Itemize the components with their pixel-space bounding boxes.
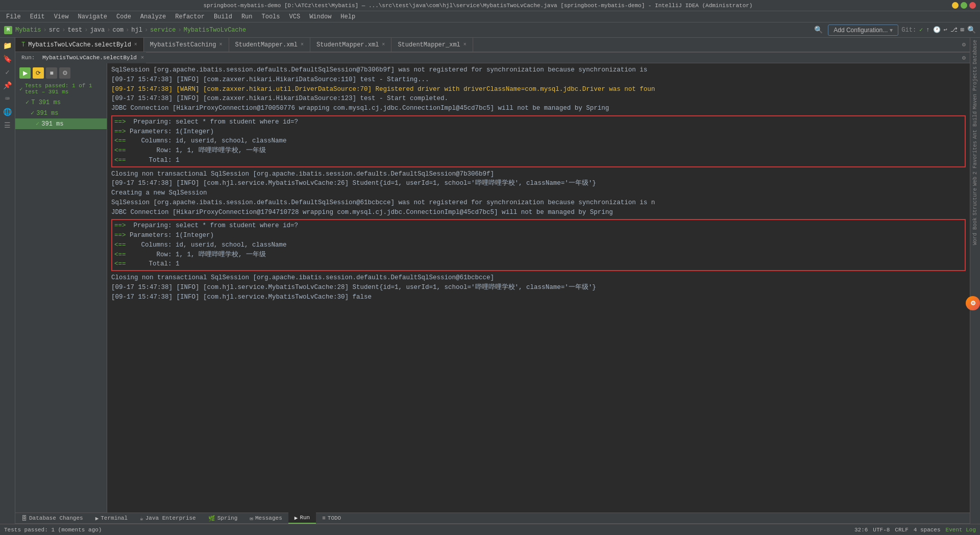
add-configuration-button[interactable]: Add Configuration... ▾ [828,25,898,36]
menu-code[interactable]: Code [112,12,135,21]
run-tab-close-icon[interactable]: × [141,55,144,61]
tab-run[interactable]: ▶ Run [288,513,316,524]
menu-build[interactable]: Build [210,12,236,21]
toolbox-app-button[interactable]: ⚙ [966,296,980,310]
git-check-icon[interactable]: ✓ [919,26,923,34]
rerun-failed-button[interactable]: ⟳ [33,67,44,79]
menu-vcs[interactable]: VCS [285,12,305,21]
console-line-9: SqlSession [org.apache.ibatis.session.de… [111,198,966,208]
menu-edit[interactable]: Edit [26,12,49,21]
git-arrow-icon[interactable]: ↑ [926,27,929,34]
sidebar-project-icon[interactable]: 📁 [2,40,13,51]
menu-refactor[interactable]: Refactor [171,12,209,21]
tab-studentmapperxml[interactable]: StudentMapper_xml × [391,38,473,52]
sidebar-structure-label[interactable]: Structure [972,188,978,215]
title-bar: springboot-mybatis-demo [D:\ATCz\test\My… [0,0,980,11]
menu-run[interactable]: Run [237,12,257,21]
tab-label-mybatistwoLvCache: MybatisTwoLvCache.selectByld [28,41,131,48]
tab-java-enterprise[interactable]: ☕ Java Enterprise [134,513,202,524]
sidebar-web-label[interactable]: Web [972,177,978,186]
sidebar-structure-icon[interactable]: ☰ [2,119,13,131]
rerun-button[interactable]: ▶ [19,67,31,79]
bc-service[interactable]: service [150,27,176,34]
tab-close-mybatistestcaching[interactable]: × [219,42,222,47]
nav-bar: M Mybatis › src › test › java › com › hj… [0,22,980,38]
bc-test[interactable]: test [67,27,82,34]
bc-hjl[interactable]: hjl [131,27,142,34]
minimize-button[interactable] [952,2,959,9]
run-tool-tabs: Run: MybatisTwoLvCache.selectByld × ⚙ [15,52,970,63]
menu-file[interactable]: File [2,12,25,21]
console-area[interactable]: SqlSession [org.apache.ibatis.session.de… [107,63,970,524]
run-settings-icon[interactable]: ⚙ [958,54,970,62]
sidebar-web-icon[interactable]: 🌐 [2,106,13,117]
run-sidebar: ▶ ⟳ ■ ⚙ ✓ Tests passed: 1 of 1 test – 39… [15,63,107,524]
tab-studentmapper2[interactable]: StudentMapper.xml × [310,38,391,52]
menu-tools[interactable]: Tools [258,12,284,21]
settings-button[interactable]: ⚙ [59,67,70,79]
console-line-1: SqlSession [org.apache.ibatis.session.de… [111,65,966,75]
sidebar-maven-label[interactable]: Maven Projects [972,66,978,109]
tab-database-changes[interactable]: 🗄 Database Changes [15,513,89,524]
tab-close-mybatistwoLvCache[interactable]: × [134,42,137,47]
status-bar-right: 32:6 UTF-8 CRLF 4 spaces Event Log [854,527,976,533]
git-history-icon[interactable]: ⊞ [961,26,964,34]
tab-label-studentmapper2: StudentMapper.xml [316,41,379,48]
git-label: Git: [901,27,916,34]
console-line-8: Creating a new SqlSession [111,188,966,198]
close-button[interactable] [969,2,976,9]
test-item-sub1[interactable]: ✓ 391 ms [15,108,107,118]
bc-src[interactable]: src [49,27,60,34]
tab-mybatistwoLvCache[interactable]: T MybatisTwoLvCache.selectByld × [15,38,144,52]
tab-studentmapper1[interactable]: StudentMapper.xml × [229,38,310,52]
git-clock-icon[interactable]: 🕐 [933,26,941,34]
tab-messages[interactable]: ✉ Messages [243,513,288,524]
java-enterprise-icon: ☕ [140,515,143,522]
sidebar-bookmark-icon[interactable]: 🔖 [2,53,13,64]
bc-java[interactable]: java [90,27,105,34]
git-search-icon[interactable]: 🔍 [967,26,976,34]
bc-com[interactable]: com [112,27,124,34]
menu-analyze[interactable]: Analyze [136,12,170,21]
menu-view[interactable]: View [50,12,73,21]
sidebar-wordbook-label[interactable]: Word Book [972,217,978,245]
tab-terminal[interactable]: ▶ Terminal [89,513,134,524]
title-bar-text: springboot-mybatis-demo [D:\ATCz\test\My… [4,3,952,9]
sidebar-commit-icon[interactable]: ✓ [2,66,13,78]
test-item-sub2[interactable]: ✓ 391 ms [15,118,107,129]
git-undo-icon[interactable]: ↩ [944,26,947,34]
sidebar-favorites-label[interactable]: 2 Favorites [972,141,978,175]
bc-cache[interactable]: MybatisTwoLvCache [184,27,246,34]
run-panel: ▶ ⟳ ■ ⚙ ✓ Tests passed: 1 of 1 test – 39… [15,63,970,524]
sql-columns-2: <== Columns: id, userid, school, classNa… [114,240,963,250]
sidebar-terminal-icon[interactable]: ⌨ [2,93,13,104]
tab-close-studentmapper1[interactable]: × [301,42,304,47]
test-pass-icon: ✓ [26,99,29,106]
sidebar-database-label[interactable]: Database [972,40,978,64]
menu-navigate[interactable]: Navigate [74,12,111,21]
test-item-root[interactable]: ✓ T 391 ms [15,97,107,108]
stop-button[interactable]: ■ [46,67,57,79]
run-icon: ▶ [295,515,298,521]
bc-mybatis[interactable]: Mybatis [15,27,41,34]
console-line-2: [09-17 15:47:38] [INFO] [com.zaxxer.hika… [111,75,966,85]
tab-todo[interactable]: ≡ TODO [316,513,347,524]
sidebar-ant-label[interactable]: Ant Build [972,111,978,139]
menu-window[interactable]: Window [305,12,335,21]
tab-spring[interactable]: 🌿 Spring [202,513,244,524]
tab-settings-icon[interactable]: ⚙ [958,41,970,48]
messages-label: Messages [255,515,282,521]
git-branch-icon[interactable]: ⎇ [950,26,958,34]
tab-mybatistestcaching[interactable]: MybatisTestCaching × [144,38,229,52]
event-log-link[interactable]: Event Log [946,527,976,533]
tab-close-studentmapperxml[interactable]: × [463,42,467,47]
tab-close-studentmapper2[interactable]: × [382,42,385,47]
search-icon[interactable]: 🔍 [814,26,823,34]
todo-icon: ≡ [322,515,326,521]
toolbox-icon: ⚙ [970,300,976,307]
messages-icon: ✉ [250,515,253,522]
run-tab-name[interactable]: MybatisTwoLvCache.selectByld [42,55,137,61]
menu-help[interactable]: Help [336,12,359,21]
restore-button[interactable] [961,2,967,9]
sidebar-pushpin-icon[interactable]: 📌 [2,80,13,91]
